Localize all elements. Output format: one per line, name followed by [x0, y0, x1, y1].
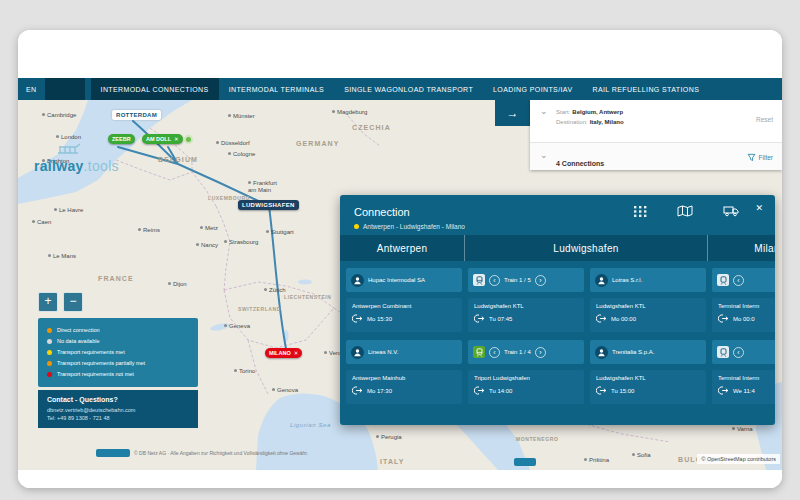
chevron-down-icon[interactable]: ⌄ [540, 108, 548, 115]
city-label: Metz [200, 225, 218, 231]
train-icon [473, 346, 485, 358]
milano-marker[interactable]: MILANO✕ [265, 348, 302, 358]
am-doll-marker[interactable]: AM DOLL✕ [142, 134, 183, 144]
nav-item-intermodal-connections[interactable]: INTERMODAL CONNECTIONS [91, 78, 219, 100]
terminal-card[interactable]: Ludwigshafen KTL Tu 15:00 [590, 370, 706, 404]
app-window: EN INTERMODAL CONNECTIONS INTERMODAL TER… [18, 30, 782, 488]
country-label: BELGIUM [158, 156, 198, 163]
city-label: Genova [272, 387, 298, 393]
connection-column-headers: Antwerpen Ludwigshafen Milano [340, 235, 775, 261]
map-attribution[interactable]: © OpenStreetMap contributors [697, 454, 780, 464]
train-icon [717, 346, 729, 358]
cluster-marker[interactable] [184, 135, 193, 144]
chevron-down-icon[interactable]: ⌄ [540, 152, 548, 159]
close-icon[interactable]: ✕ [294, 350, 299, 356]
country-label: SWITZERLAND [238, 306, 281, 312]
ludwigshafen-marker[interactable]: LUDWIGSHAFEN [238, 200, 299, 210]
map-canvas[interactable]: BELGIUM GERMANY LUXEMBOURG FRANCE SWITZE… [18, 100, 782, 470]
country-label: FRANCE [98, 275, 134, 282]
departure-icon [474, 386, 485, 396]
train-card[interactable]: ‹ Train 1 / 4 › [468, 340, 584, 364]
route-status-dot [354, 224, 359, 229]
connections-count: 4 Connections [556, 160, 604, 167]
column-header-antwerpen: Antwerpen [340, 235, 464, 261]
language-selector[interactable]: EN [18, 78, 45, 100]
legend-dot [47, 372, 52, 377]
train-card[interactable]: ‹ [712, 340, 775, 364]
city-label: Cologne [228, 151, 255, 157]
zoom-in-button[interactable]: + [38, 292, 58, 312]
connection-title: Connection [354, 206, 410, 218]
operator-card[interactable]: Trenitalia S.p.A. [590, 340, 706, 364]
lake-constance [298, 280, 312, 285]
route-summary-row[interactable]: ⌄ Start:Belgium, Antwerp Destination:Ita… [530, 100, 782, 142]
city-label: Torino [234, 368, 255, 374]
train-label: Train 1 / 4 [504, 349, 531, 355]
rotterdam-marker[interactable]: ROTTERDAM [112, 110, 161, 120]
legend-dot [47, 361, 52, 366]
connections-row[interactable]: ⌄ 4 Connections Filter [530, 142, 782, 170]
close-icon[interactable]: ✕ [174, 136, 179, 142]
city-label: Cambridge [42, 112, 76, 118]
nav-item-intermodal-terminals[interactable]: INTERMODAL TERMINALS [219, 78, 335, 100]
nav-item-rail-refuelling[interactable]: RAIL REFUELLING STATIONS [582, 78, 709, 100]
city-label: Sofia [632, 452, 651, 458]
departure-icon [596, 386, 607, 396]
operator-card[interactable]: Hupac Intermodal SA [346, 268, 462, 292]
city-label: Reims [138, 227, 160, 233]
operator-card[interactable]: Lotras S.r.l. [590, 268, 706, 292]
next-train-icon[interactable]: › [535, 347, 546, 358]
grid-view-icon[interactable] [634, 206, 647, 217]
nav-item-loading-points[interactable]: LOADING POINTS/IAV [483, 78, 582, 100]
city-label: Caen [32, 219, 51, 225]
truck-view-icon[interactable] [723, 205, 739, 217]
train-label: Train 1 / 5 [504, 277, 531, 283]
reset-button[interactable]: Reset [756, 116, 773, 123]
zeebrugge-marker[interactable]: ZEEBR [108, 134, 135, 144]
city-label: Varna [732, 426, 753, 432]
window-footer [18, 470, 782, 488]
terminal-card[interactable]: Ludwigshafen KTL Tu 07:45 [468, 298, 584, 332]
prev-train-icon[interactable]: ‹ [489, 347, 500, 358]
terminal-card[interactable]: Triport Ludwigshafen Tu 14:00 [468, 370, 584, 404]
train-icon [717, 274, 729, 286]
city-label: Geneva [224, 323, 250, 329]
contact-title: Contact - Questions? [47, 396, 189, 403]
train-card[interactable]: ‹ [712, 268, 775, 292]
operator-card[interactable]: Lineas N.V. [346, 340, 462, 364]
connection-grid: Hupac Intermodal SA ‹ Train 1 / 5 › Lotr… [340, 261, 775, 425]
city-label: Dijon [168, 281, 187, 287]
terminal-card[interactable]: Terminal Interm We 11:4 [712, 370, 775, 404]
map-view-icon[interactable] [677, 205, 693, 217]
prev-train-icon[interactable]: ‹ [733, 275, 744, 286]
prev-train-icon[interactable]: ‹ [489, 275, 500, 286]
language-menu-box[interactable] [45, 78, 85, 100]
train-card[interactable]: ‹ Train 1 / 5 › [468, 268, 584, 292]
departure-icon [474, 314, 485, 324]
country-label: CZECHIA [352, 124, 391, 131]
expand-panel-button[interactable]: → [495, 100, 530, 126]
legend-item: No data available [47, 336, 189, 347]
terminal-card[interactable]: Ludwigshafen KTL Mo 00:00 [590, 298, 706, 332]
contact-box: Contact - Questions? dbnetz.vertrieb@deu… [38, 390, 198, 428]
next-train-icon[interactable]: › [535, 275, 546, 286]
connection-panel: Connection Antwerpen - Ludwigshafen - Mi… [340, 195, 775, 425]
map-badge[interactable] [96, 449, 130, 457]
legend-item: Transport requirements met [47, 347, 189, 358]
zoom-out-button[interactable]: − [63, 292, 83, 312]
city-label: Strasbourg [224, 239, 258, 245]
terminal-card[interactable]: Antwerpen Combinant Mo 15:30 [346, 298, 462, 332]
terminal-card[interactable]: Terminal Interm Mo 00:0 [712, 298, 775, 332]
city-label: Le Havre [54, 207, 83, 213]
person-icon [595, 274, 608, 287]
filter-button[interactable]: Filter [747, 153, 773, 162]
city-label: Frankfurt am Main [248, 180, 284, 193]
country-label: ITALY [380, 458, 405, 465]
prev-train-icon[interactable]: ‹ [733, 347, 744, 358]
close-icon[interactable]: ✕ [755, 203, 763, 213]
search-summary-panel: ⌄ Start:Belgium, Antwerp Destination:Ita… [530, 100, 782, 170]
nav-item-single-wagonload[interactable]: SINGLE WAGONLOAD TRANSPORT [334, 78, 483, 100]
city-label: London [56, 134, 81, 140]
contact-email[interactable]: dbnetz.vertrieb@deutschebahn.com [47, 406, 189, 414]
terminal-card[interactable]: Antwerpen Mainhub Mo 17:30 [346, 370, 462, 404]
